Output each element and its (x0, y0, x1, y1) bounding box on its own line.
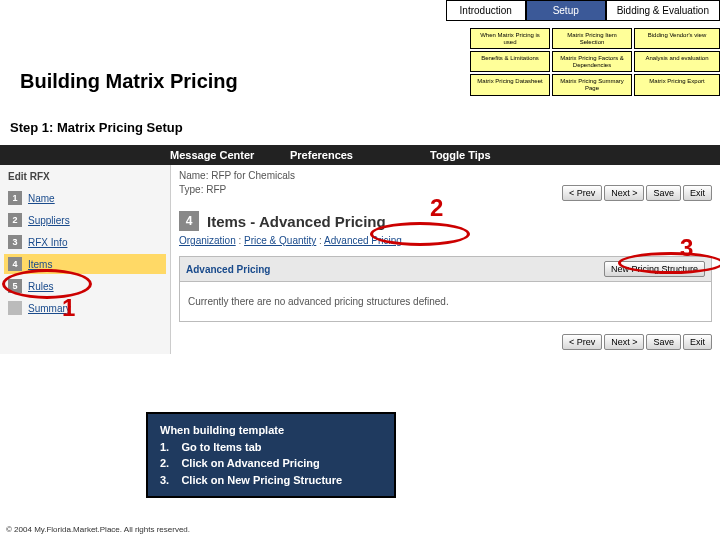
button-row-bottom: < Prev Next > Save Exit (179, 334, 712, 350)
breadcrumb: Organization : Price & Quantity : Advanc… (179, 235, 712, 246)
callout-num-3: 3 (680, 234, 693, 262)
nav-num: 3 (8, 235, 22, 249)
subcell[interactable]: When Matrix Pricing is used (470, 28, 550, 49)
nav-rules[interactable]: 5Rules (4, 276, 166, 296)
tab-introduction[interactable]: Introduction (446, 0, 526, 21)
new-pricing-structure-button[interactable]: New Pricing Structure (604, 261, 705, 277)
app-header: Message Center Preferences Toggle Tips (0, 145, 720, 165)
panel-title: Advanced Pricing (186, 264, 270, 275)
panel-body: Currently there are no advanced pricing … (179, 282, 712, 322)
subcell[interactable]: Analysis and evaluation (634, 51, 720, 72)
nav-items[interactable]: 4Items (4, 254, 166, 274)
button-row-top: < Prev Next > Save Exit (562, 185, 712, 201)
exit-button[interactable]: Exit (683, 185, 712, 201)
nav-num: 4 (8, 257, 22, 271)
tab-bidding-evaluation[interactable]: Bidding & Evaluation (606, 0, 720, 21)
nav-summary[interactable]: Summary (4, 298, 166, 318)
copyright: © 2004 My.Florida.Market.Place. All righ… (6, 525, 190, 534)
instruction-2: 2. Click on Advanced Pricing (160, 455, 382, 472)
instruction-1: 1. Go to Items tab (160, 439, 382, 456)
section-header: 4 Items - Advanced Pricing (179, 211, 712, 231)
nav-link: Rules (28, 281, 54, 292)
tab-setup[interactable]: Setup (526, 0, 606, 21)
name-value: RFP for Chemicals (211, 170, 295, 181)
nav-link: Items (28, 259, 52, 270)
header-toggle-tips[interactable]: Toggle Tips (430, 149, 491, 161)
subtopic-grid: When Matrix Pricing is used Matrix Prici… (470, 28, 720, 96)
subcell[interactable]: Benefits & Limitations (470, 51, 550, 72)
edit-label: Edit RFX (4, 171, 166, 182)
subcell[interactable]: Matrix Pricing Item Selection (552, 28, 632, 49)
nav-link: Suppliers (28, 215, 70, 226)
type-value: RFP (206, 184, 226, 195)
crumb-advanced-pricing[interactable]: Advanced Pricing (324, 235, 402, 246)
subcell[interactable]: Matrix Pricing Export (634, 74, 720, 95)
nav-rfx-info[interactable]: 3RFX Info (4, 232, 166, 252)
name-label: Name: (179, 170, 208, 181)
next-button[interactable]: Next > (604, 185, 644, 201)
section-title: Items - Advanced Pricing (207, 213, 386, 230)
nav-num: 1 (8, 191, 22, 205)
nav-num: 5 (8, 279, 22, 293)
step-heading: Step 1: Matrix Pricing Setup (10, 120, 183, 135)
header-preferences[interactable]: Preferences (290, 149, 430, 161)
save-button[interactable]: Save (646, 185, 681, 201)
subcell[interactable]: Bidding Vendor's view (634, 28, 720, 49)
nav-link: RFX Info (28, 237, 67, 248)
save-button[interactable]: Save (646, 334, 681, 350)
main-panel: Name: RFP for Chemicals Type: RFP < Prev… (170, 165, 720, 354)
subcell[interactable]: Matrix Pricing Datasheet (470, 74, 550, 95)
type-label: Type: (179, 184, 203, 195)
nav-num: 2 (8, 213, 22, 227)
nav-num (8, 301, 22, 315)
app-screenshot: Message Center Preferences Toggle Tips E… (0, 145, 720, 354)
nav-link: Name (28, 193, 55, 204)
nav-suppliers[interactable]: 2Suppliers (4, 210, 166, 230)
instruction-head: When building template (160, 422, 382, 439)
page-title: Building Matrix Pricing (20, 70, 238, 93)
subcell[interactable]: Matrix Pricing Factors & Dependencies (552, 51, 632, 72)
section-num: 4 (179, 211, 199, 231)
subcell[interactable]: Matrix Pricing Summary Page (552, 74, 632, 95)
callout-num-1: 1 (62, 294, 75, 322)
instruction-3: 3. Click on New Pricing Structure (160, 472, 382, 489)
prev-button[interactable]: < Prev (562, 334, 602, 350)
exit-button[interactable]: Exit (683, 334, 712, 350)
crumb-organization[interactable]: Organization (179, 235, 236, 246)
instruction-box: When building template 1. Go to Items ta… (146, 412, 396, 498)
prev-button[interactable]: < Prev (562, 185, 602, 201)
next-button[interactable]: Next > (604, 334, 644, 350)
nav-name[interactable]: 1Name (4, 188, 166, 208)
header-message-center[interactable]: Message Center (170, 149, 290, 161)
top-tabs: Introduction Setup Bidding & Evaluation (0, 0, 720, 21)
callout-num-2: 2 (430, 194, 443, 222)
crumb-price-quantity[interactable]: Price & Quantity (244, 235, 316, 246)
left-nav: Edit RFX 1Name 2Suppliers 3RFX Info 4Ite… (0, 165, 170, 354)
panel-header: Advanced Pricing New Pricing Structure (179, 256, 712, 282)
